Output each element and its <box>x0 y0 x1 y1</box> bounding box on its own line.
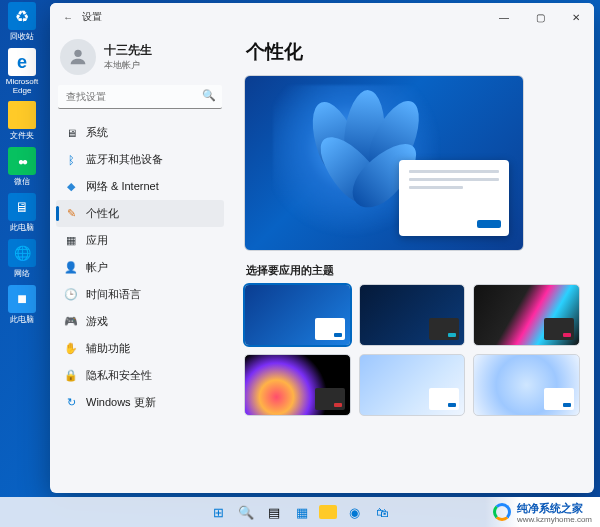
sidebar-item-0[interactable]: 🖥系统 <box>56 119 224 146</box>
maximize-button[interactable]: ▢ <box>522 3 558 31</box>
nav-icon: 🎮 <box>64 315 78 329</box>
brand-logo-icon <box>493 503 511 521</box>
nav-list: 🖥系统ᛒ蓝牙和其他设备◆网络 & Internet✎个性化▦应用👤帐户🕒时间和语… <box>56 119 224 416</box>
nav-icon: 👤 <box>64 261 78 275</box>
brand-text: 纯净系统之家 <box>517 501 592 516</box>
sidebar-item-label: Windows 更新 <box>86 395 156 410</box>
store-icon[interactable]: 🛍 <box>371 501 393 523</box>
app-icon <box>8 285 36 313</box>
nav-icon: ↻ <box>64 396 78 410</box>
monitor-icon <box>8 193 36 221</box>
theme-option-2[interactable] <box>473 284 580 346</box>
sidebar-item-3[interactable]: ✎个性化 <box>56 200 224 227</box>
folder-icon <box>8 101 36 129</box>
nav-icon: ✋ <box>64 342 78 356</box>
theme-option-0[interactable] <box>244 284 351 346</box>
user-name: 十三先生 <box>104 42 152 59</box>
user-type: 本地帐户 <box>104 59 152 72</box>
sidebar-item-7[interactable]: 🎮游戏 <box>56 308 224 335</box>
desktop-icon-label: Microsoft Edge <box>2 77 42 95</box>
search-icon: 🔍 <box>202 89 216 102</box>
desktop-icon-recycle[interactable]: 回收站 <box>2 2 42 42</box>
desktop-icon-wechat[interactable]: 微信 <box>2 147 42 187</box>
sidebar-item-label: 辅助功能 <box>86 341 130 356</box>
taskbar-search-icon[interactable]: 🔍 <box>235 501 257 523</box>
nav-icon: ◆ <box>64 180 78 194</box>
edge-icon <box>8 48 36 76</box>
preview-accent-bar <box>477 220 501 228</box>
desktop-icon-label: 文件夹 <box>10 130 34 141</box>
task-view-icon[interactable]: ▤ <box>263 501 285 523</box>
nav-icon: ᛒ <box>64 153 78 167</box>
theme-option-5[interactable] <box>473 354 580 416</box>
desktop-icon-label: 回收站 <box>10 31 34 42</box>
close-button[interactable]: ✕ <box>558 3 594 31</box>
recycle-icon <box>8 2 36 30</box>
back-button[interactable]: ← <box>58 12 78 23</box>
user-panel[interactable]: 十三先生 本地帐户 <box>56 33 224 85</box>
sidebar-item-4[interactable]: ▦应用 <box>56 227 224 254</box>
sidebar-item-label: 蓝牙和其他设备 <box>86 152 163 167</box>
nav-icon: 🖥 <box>64 126 78 140</box>
search-box[interactable]: 🔍 <box>58 85 222 109</box>
titlebar[interactable]: ← 设置 — ▢ ✕ <box>50 3 594 31</box>
sidebar-item-10[interactable]: ↻Windows 更新 <box>56 389 224 416</box>
window-title: 设置 <box>82 10 102 24</box>
theme-option-3[interactable] <box>244 354 351 416</box>
preview-window-card <box>399 160 509 236</box>
user-text: 十三先生 本地帐户 <box>104 42 152 72</box>
person-icon <box>67 46 89 68</box>
sidebar-item-8[interactable]: ✋辅助功能 <box>56 335 224 362</box>
nav-icon: 🔒 <box>64 369 78 383</box>
window-controls: — ▢ ✕ <box>486 3 594 31</box>
sidebar-item-label: 个性化 <box>86 206 119 221</box>
edge-taskbar-icon[interactable]: ◉ <box>343 501 365 523</box>
desktop-icon-thispc[interactable]: 此电脑 <box>2 193 42 233</box>
desktop: 回收站 Microsoft Edge 文件夹 微信 此电脑 网络 此电脑 ← 设… <box>0 0 600 527</box>
sidebar-item-label: 游戏 <box>86 314 108 329</box>
desktop-icon-edge[interactable]: Microsoft Edge <box>2 48 42 95</box>
brand-url: www.kzmyhome.com <box>517 515 592 524</box>
themes-section-title: 选择要应用的主题 <box>246 263 580 278</box>
sidebar-item-6[interactable]: 🕒时间和语言 <box>56 281 224 308</box>
desktop-icon-label: 网络 <box>14 268 30 279</box>
wechat-icon <box>8 147 36 175</box>
desktop-icon-folder[interactable]: 文件夹 <box>2 101 42 141</box>
start-button[interactable]: ⊞ <box>207 501 229 523</box>
desktop-icons: 回收站 Microsoft Edge 文件夹 微信 此电脑 网络 此电脑 <box>2 2 42 325</box>
sidebar-item-9[interactable]: 🔒隐私和安全性 <box>56 362 224 389</box>
desktop-icon-network[interactable]: 网络 <box>2 239 42 279</box>
minimize-button[interactable]: — <box>486 3 522 31</box>
sidebar-item-label: 网络 & Internet <box>86 179 159 194</box>
explorer-icon[interactable] <box>319 505 337 519</box>
sidebar-item-1[interactable]: ᛒ蓝牙和其他设备 <box>56 146 224 173</box>
window-body: 十三先生 本地帐户 🔍 🖥系统ᛒ蓝牙和其他设备◆网络 & Internet✎个性… <box>50 31 594 493</box>
nav-icon: 🕒 <box>64 288 78 302</box>
desktop-icon-app[interactable]: 此电脑 <box>2 285 42 325</box>
globe-icon <box>8 239 36 267</box>
desktop-icon-label: 微信 <box>14 176 30 187</box>
settings-window: ← 设置 — ▢ ✕ 十三先生 本地帐户 <box>50 3 594 493</box>
theme-card-icon <box>429 388 459 410</box>
watermark: 纯净系统之家 www.kzmyhome.com <box>485 497 600 527</box>
desktop-icon-label: 此电脑 <box>10 314 34 325</box>
sidebar-item-label: 时间和语言 <box>86 287 141 302</box>
theme-card-icon <box>315 388 345 410</box>
sidebar-item-label: 帐户 <box>86 260 108 275</box>
theme-option-4[interactable] <box>359 354 466 416</box>
widgets-icon[interactable]: ▦ <box>291 501 313 523</box>
page-title: 个性化 <box>246 39 580 65</box>
theme-card-icon <box>429 318 459 340</box>
sidebar-item-2[interactable]: ◆网络 & Internet <box>56 173 224 200</box>
theme-option-1[interactable] <box>359 284 466 346</box>
theme-grid <box>244 284 580 416</box>
sidebar-item-5[interactable]: 👤帐户 <box>56 254 224 281</box>
desktop-icon-label: 此电脑 <box>10 222 34 233</box>
search-input[interactable] <box>58 85 222 109</box>
theme-card-icon <box>544 318 574 340</box>
theme-card-icon <box>315 318 345 340</box>
sidebar-item-label: 系统 <box>86 125 108 140</box>
brand-text-block: 纯净系统之家 www.kzmyhome.com <box>517 501 592 524</box>
nav-icon: ▦ <box>64 234 78 248</box>
theme-preview[interactable] <box>244 75 524 251</box>
